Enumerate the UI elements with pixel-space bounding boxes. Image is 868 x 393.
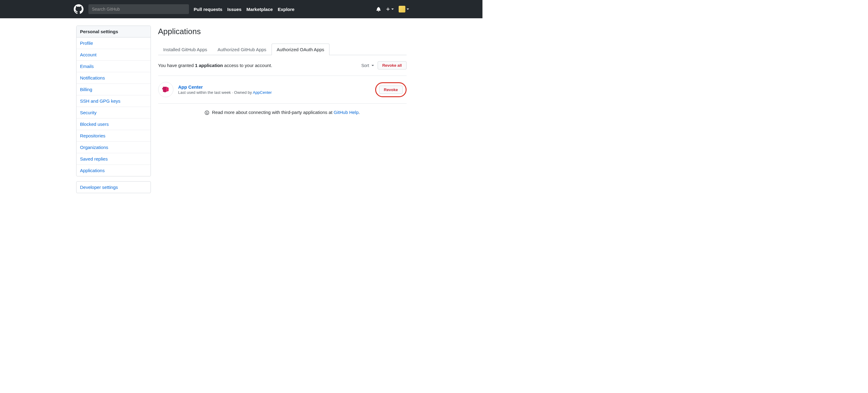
sidebar-item-repositories[interactable]: Repositories	[76, 130, 151, 142]
app-avatar	[158, 82, 174, 97]
sidebar-item-organizations[interactable]: Organizations	[76, 142, 151, 153]
github-logo[interactable]	[74, 4, 84, 14]
grant-count: 1 application	[195, 63, 223, 68]
sidebar-item-billing[interactable]: Billing	[76, 84, 151, 95]
page-title: Applications	[158, 27, 407, 36]
caret-down-icon	[391, 8, 394, 10]
nav-issues[interactable]: Issues	[227, 7, 242, 12]
notifications-button[interactable]	[376, 7, 381, 11]
app-name-link[interactable]: App Center	[178, 85, 203, 90]
main-content: Applications Installed GitHub Apps Autho…	[158, 26, 407, 198]
nav-marketplace[interactable]: Marketplace	[246, 7, 273, 12]
sidebar-item-account[interactable]: Account	[76, 49, 151, 61]
search-input[interactable]	[88, 4, 189, 14]
settings-sidebar: Personal settings Profile Account Emails…	[76, 26, 151, 198]
app-center-icon	[161, 85, 170, 94]
global-header: Pull requests Issues Marketplace Explore	[0, 0, 483, 18]
footer-period: .	[359, 110, 360, 115]
sidebar-heading: Personal settings	[76, 26, 151, 37]
sidebar-item-security[interactable]: Security	[76, 107, 151, 119]
grant-suffix: access to your account.	[223, 63, 272, 68]
sort-dropdown[interactable]: Sort	[361, 63, 374, 68]
github-mark-icon	[74, 4, 84, 14]
tab-authorized-oauth-apps[interactable]: Authorized OAuth Apps	[272, 43, 330, 55]
sidebar-item-emails[interactable]: Emails	[76, 61, 151, 72]
sidebar-item-saved-replies[interactable]: Saved replies	[76, 153, 151, 165]
plus-icon	[386, 7, 390, 11]
sidebar-item-profile[interactable]: Profile	[76, 37, 151, 49]
tab-installed-github-apps[interactable]: Installed GitHub Apps	[158, 43, 212, 55]
github-help-link[interactable]: GitHub Help	[334, 110, 359, 115]
sort-label: Sort	[361, 63, 369, 68]
bell-icon	[376, 7, 381, 11]
info-icon	[205, 110, 209, 115]
footer-note: Read more about connecting with third-pa…	[158, 104, 407, 121]
revoke-highlight: Revoke	[375, 82, 406, 97]
application-tabs: Installed GitHub Apps Authorized GitHub …	[158, 43, 407, 55]
sidebar-item-blocked-users[interactable]: Blocked users	[76, 119, 151, 130]
app-meta-text: Last used within the last week · Owned b…	[178, 90, 253, 95]
user-menu-dropdown[interactable]	[399, 6, 409, 12]
grant-prefix: You have granted	[158, 63, 195, 68]
revoke-button[interactable]: Revoke	[379, 86, 402, 94]
revoke-all-button[interactable]: Revoke all	[378, 61, 406, 69]
grant-summary: You have granted 1 application access to…	[158, 63, 273, 68]
oauth-app-row: App Center Last used within the last wee…	[158, 76, 407, 104]
sidebar-item-applications[interactable]: Applications	[76, 165, 151, 176]
primary-nav: Pull requests Issues Marketplace Explore	[194, 7, 295, 12]
caret-down-icon	[407, 8, 409, 10]
footer-text: Read more about connecting with third-pa…	[212, 110, 334, 115]
sidebar-item-ssh-keys[interactable]: SSH and GPG keys	[76, 95, 151, 107]
caret-down-icon	[372, 65, 374, 66]
nav-pull-requests[interactable]: Pull requests	[194, 7, 222, 12]
create-new-dropdown[interactable]	[386, 7, 394, 11]
app-meta: Last used within the last week · Owned b…	[178, 90, 375, 95]
tab-authorized-github-apps[interactable]: Authorized GitHub Apps	[212, 43, 272, 55]
app-owner-link[interactable]: AppCenter	[253, 90, 272, 95]
user-avatar	[399, 6, 405, 12]
nav-explore[interactable]: Explore	[278, 7, 294, 12]
sidebar-item-notifications[interactable]: Notifications	[76, 72, 151, 84]
sidebar-item-developer-settings[interactable]: Developer settings	[76, 182, 151, 193]
